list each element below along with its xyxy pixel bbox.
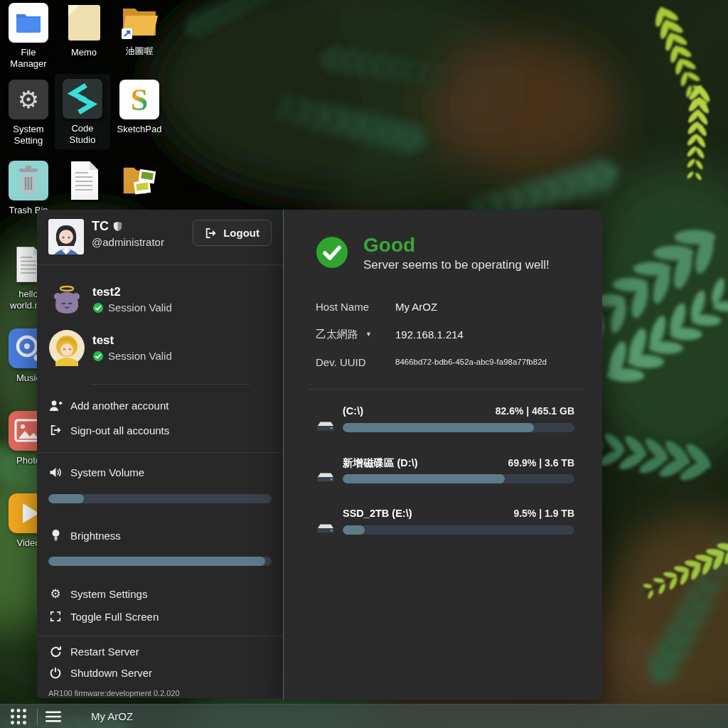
menu-item-signout-all[interactable]: Sign-out all accounts [48,419,272,441]
sketchpad-icon: S [119,80,159,119]
desktop-icon-text-document[interactable] [55,161,112,205]
network-dropdown[interactable]: 乙太網路 ▼ [316,328,395,341]
disk-stats: 82.6% | 465.1 GB [496,405,574,417]
memo-icon [64,3,104,43]
gear-tile-icon: ⚙ [9,80,48,119]
status-message: Server seems to be operating well! [363,258,550,272]
user-plus-icon [48,400,63,412]
server-status-panel: Good Server seems to be operating well! … [283,210,602,700]
account-name: test [92,333,172,348]
disk-row-c: (C:\) 82.6% | 465.1 GB [316,405,574,432]
disk-usage-fill [343,525,365,535]
icon-label: 油圖喔 [113,46,166,57]
menu-item-toggle-fullscreen[interactable]: Toggle Full Screen [48,606,272,627]
hostname-value: My ArOZ [395,301,437,313]
user-header: TC @administrator Logout [48,219,272,255]
info-label: Host Name [316,301,395,313]
desktop-icon-system-setting[interactable]: ⚙ System Setting [0,80,57,146]
disk-usage-bar [343,525,574,535]
user-panel: TC @administrator Logout [37,210,283,698]
system-volume-label-row: System Volume [48,461,272,483]
icon-label: Code Studio [64,123,101,145]
account-info: test2 Session Valid [92,285,172,314]
account-row-test2[interactable]: test2 Session Valid [48,281,272,318]
menu-item-label: Sign-out all accounts [70,424,169,437]
sign-out-icon [48,424,63,436]
menu-item-label: Restart Server [70,646,139,658]
uuid-value: 8466bd72-bdb6-452a-abc9-fa98a77fb82d [395,358,547,366]
brightness-label-row: Brightness [48,525,272,546]
code-studio-icon [63,79,102,119]
account-row-test[interactable]: test Session Valid [48,329,272,366]
screen: File Manager Memo 油圖喔 ⚙ Syst [0,0,728,728]
desktop-icon-code-studio[interactable]: Code Studio [55,74,110,149]
desktop-icon-photos-folder[interactable] [111,161,168,205]
menu-item-label: Toggle Full Screen [70,611,159,623]
app-launcher-button[interactable] [0,705,37,728]
account-status: Session Valid [108,350,172,362]
svg-text:S: S [131,82,148,117]
slider-label: System Volume [70,466,144,478]
desktop-icon-oil-folder[interactable]: 油圖喔 [111,1,168,57]
info-label: Dev. UUID [316,356,395,368]
disk-row-d: 新增磁碟區 (D:\) 69.9% | 3.6 TB [316,456,574,483]
photos-folder-icon [119,161,159,200]
desktop-icon-memo[interactable]: Memo [55,3,112,58]
menu-item-label: Shutdown Server [70,667,152,679]
username: TC [92,219,109,234]
gear-icon: ⚙ [48,588,63,600]
info-label: 乙太網路 [316,328,358,341]
disk-stats: 9.5% | 1.9 TB [513,508,574,519]
desktop-icon-file-manager[interactable]: File Manager [0,3,57,69]
menu-item-system-settings[interactable]: ⚙ System Settings [48,583,272,604]
firmware-version: AR100 firmware:development 0.2.020 [48,689,272,697]
account-info: test Session Valid [92,333,172,362]
disk-row-e: SSD_2TB (E:\) 9.5% | 1.9 TB [316,508,574,535]
user-handle: @administrator [92,236,193,248]
icon-label: File Manager [2,47,55,69]
menu-item-shutdown-server[interactable]: Shutdown Server [48,662,272,683]
status-text: Good Server seems to be operating well! [363,235,550,272]
divider [309,389,584,390]
icon-label: SketchPad [113,124,166,135]
status-ok-icon [316,236,348,269]
disk-name: 新增磁碟區 (D:\) [343,456,418,470]
disk-usage-bar [343,423,574,432]
desktop-icon-sketchpad[interactable]: S SketchPad [111,80,168,135]
brightness-slider[interactable] [48,557,272,566]
power-icon [48,667,63,679]
desktop-icon-trash-bin[interactable]: Trash Bin [0,161,57,216]
hamburger-icon [46,711,61,722]
menu-item-add-account[interactable]: Add another account [48,395,272,416]
document-icon [64,161,104,200]
taskbar: My ArOZ [0,704,728,728]
logout-button[interactable]: Logout [193,220,272,246]
logout-label: Logout [223,227,259,239]
disk-stats: 69.9% | 3.6 TB [508,457,574,469]
session-valid-icon [92,302,104,314]
divider [91,384,250,385]
disk-usage-fill [343,423,534,432]
divider [37,636,283,636]
disk-name: SSD_2TB (E:\) [343,508,412,519]
system-volume-slider[interactable] [48,494,272,503]
gear-glyph: ⚙ [18,87,39,112]
menu-item-restart-server[interactable]: Restart Server [48,641,272,662]
status-header: Good Server seems to be operating well! [316,235,574,272]
status-state: Good [363,235,550,255]
menu-button[interactable] [38,705,69,728]
disk-usage-list: (C:\) 82.6% | 465.1 GB 新增磁碟區 (D:\) 69.9%… [316,405,574,535]
hard-drive-icon [316,405,343,432]
shortcut-folder-icon [119,1,159,41]
account-status: Session Valid [108,301,172,314]
divider [37,452,283,453]
chevron-down-icon: ▼ [365,331,372,338]
info-row-network: 乙太網路 ▼ 192.168.1.214 [316,327,574,341]
brightness-fill [48,557,265,566]
info-row-hostname: Host Name My ArOZ [316,299,574,314]
account-name: test2 [92,285,172,299]
user-identity: TC @administrator [92,219,193,248]
icon-label: Memo [58,47,111,58]
icon-label: System Setting [10,124,47,146]
logout-icon [205,228,217,239]
